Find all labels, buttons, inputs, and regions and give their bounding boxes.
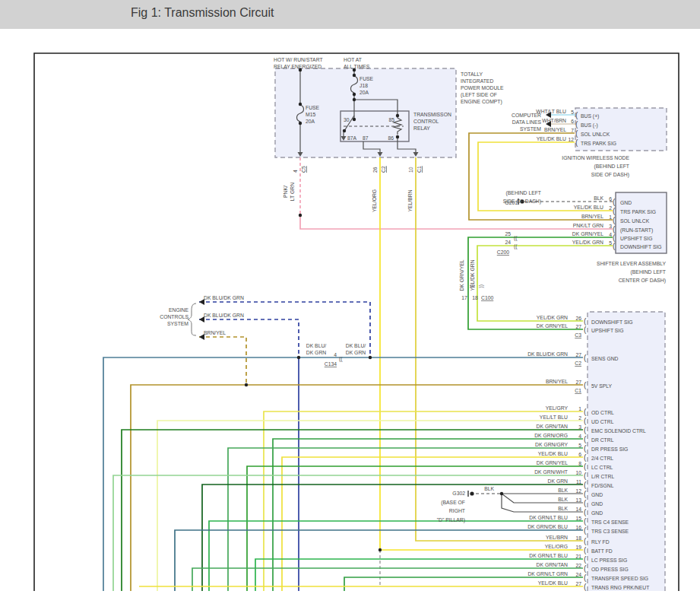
- wire-color-label: DK GRN/TAN: [537, 562, 569, 567]
- wire-color-label: DK GRN/LT BLU: [529, 553, 568, 558]
- wire-color-label: DK GRN/LT BLU: [529, 515, 568, 520]
- pin-number: 1: [578, 406, 581, 411]
- pin-number: 5: [571, 110, 574, 115]
- junction-dot: [299, 214, 302, 217]
- wire-color-label: YEL/BRN: [546, 535, 568, 540]
- terminal-label: TRS C3 SENSE: [591, 529, 629, 534]
- pin-bracket-icon: (: [584, 526, 587, 535]
- pin-bracket-icon: (: [584, 317, 587, 326]
- pin-number: 27: [575, 380, 581, 385]
- annotation: COMPUTER: [512, 113, 541, 118]
- annotation: POWER MODULE: [461, 85, 504, 91]
- terminal-label: OD PRESS SIG: [591, 567, 629, 572]
- junction-dot: [500, 492, 503, 495]
- wire-color-label: DK GRN/YEL: [537, 460, 568, 465]
- annotation: SYSTEM: [167, 321, 188, 326]
- pin-number: 4: [578, 434, 581, 439]
- terminal-label: GND: [620, 200, 632, 205]
- wire-color-label: YEL/DK BLU: [574, 205, 603, 210]
- annotation: (LEFT SIDE OF: [461, 92, 497, 98]
- terminal-label: TRS C4 SENSE: [591, 519, 629, 525]
- pin-number: 3: [609, 224, 612, 229]
- annotation: HOT AT: [344, 57, 362, 62]
- junction-dot: [299, 103, 302, 106]
- wire-color-label: YEL/GRY: [546, 405, 569, 411]
- annotation: (BEHIND LEFT: [506, 190, 541, 196]
- pin-bracket-icon: (: [584, 417, 587, 425]
- terminal-label: TRS PARK SIG: [581, 141, 616, 146]
- pin-number: 7: [571, 128, 574, 133]
- annotation: (BASE OF: [441, 500, 465, 506]
- pin-number: 2: [578, 415, 581, 421]
- wire-color-label: DK GRN/ORG: [534, 433, 568, 438]
- pin-bracket-icon: (: [584, 381, 587, 389]
- wire: [199, 337, 246, 385]
- wire: [113, 475, 583, 591]
- pin-bracket-icon: (: [584, 508, 587, 516]
- annotation: C5: [301, 166, 306, 173]
- wire-color-label: BRN/YEL: [581, 214, 603, 219]
- pin-number: 18: [575, 535, 581, 541]
- pin-number: 4: [609, 232, 612, 237]
- pin-number: 5: [578, 443, 581, 448]
- annotation: ((: [514, 243, 518, 249]
- terminal-label: UPSHIFT SIG: [620, 236, 653, 241]
- wire: [300, 215, 613, 229]
- wire: [157, 421, 583, 591]
- wire-color-label: BRN/YEL: [544, 127, 566, 132]
- terminal-label: RLY FD: [591, 539, 610, 545]
- pin-number: 24: [575, 572, 581, 577]
- annotation: 20A: [306, 119, 315, 124]
- annotation: PNK/: [283, 186, 288, 198]
- terminal-label: BUS (+): [581, 113, 599, 119]
- annotation: RELAY ENERGIZED: [274, 64, 321, 69]
- annotation: ENGINE: [169, 307, 189, 313]
- pin-number: 12: [568, 137, 574, 142]
- wire-color-label: DK GRN: [548, 478, 569, 484]
- connector-ref: C3: [575, 332, 581, 338]
- annotation: ((: [470, 284, 476, 288]
- annotation: ENGINE COMPT): [461, 99, 502, 105]
- annotation: SHIFTER LEVER ASSEMBLY: [597, 261, 666, 266]
- annotation: G201: [505, 200, 518, 205]
- annotation: C1: [417, 166, 422, 173]
- terminal-label: BUS (-): [581, 122, 598, 129]
- wire-color-label: YEL/DK BLU: [538, 580, 568, 586]
- wire-color-label: DK GRN/DK BLU: [527, 524, 568, 529]
- annotation: CONTROLS: [160, 314, 188, 319]
- annotation: C2: [381, 166, 386, 173]
- terminal-label: TRANS RNG PRK/NEUT: [591, 585, 649, 590]
- pin-number: 2: [609, 205, 612, 211]
- terminal-label: GND: [591, 510, 603, 516]
- wire-color-label: DK GRN/TAN: [537, 424, 569, 429]
- junction-dot: [369, 356, 372, 359]
- wire-color-label: BLK: [558, 506, 568, 511]
- annotation: DK GRN: [346, 350, 366, 355]
- wire-color-label: BLK: [558, 488, 568, 493]
- annotation: RELAY: [413, 125, 430, 131]
- pin-number: 21: [575, 554, 581, 559]
- annotation: FUSE: [360, 76, 374, 81]
- wire-color-label: BLK: [594, 195, 603, 201]
- pin-number: 15: [575, 516, 581, 521]
- terminal-label: EMC SOLENOID CTRL: [591, 428, 646, 434]
- junction-dot: [396, 135, 399, 138]
- terminal-label: SOL UNLCK: [620, 218, 650, 224]
- wire: [122, 430, 583, 591]
- wire-color-label: DK GRN/YEL: [572, 231, 603, 237]
- annotation: C100: [481, 295, 493, 300]
- annotation: 4: [334, 352, 337, 357]
- annotation: M15: [306, 112, 315, 117]
- terminal-label: GND: [591, 492, 603, 497]
- pin-bracket-icon: (: [584, 444, 587, 453]
- pin-number: 27: [575, 581, 581, 586]
- pin-bracket-icon: (: [584, 555, 587, 564]
- junction-dot: [297, 356, 300, 359]
- terminal-label: BATT FD: [591, 548, 613, 554]
- pin-number: 26: [575, 316, 581, 321]
- annotation: ((: [339, 356, 343, 362]
- annotation: ALL TIMES: [344, 64, 370, 69]
- junction-dot: [245, 383, 248, 386]
- annotation: DK BLU/: [306, 343, 327, 348]
- annotation: 87: [363, 135, 369, 141]
